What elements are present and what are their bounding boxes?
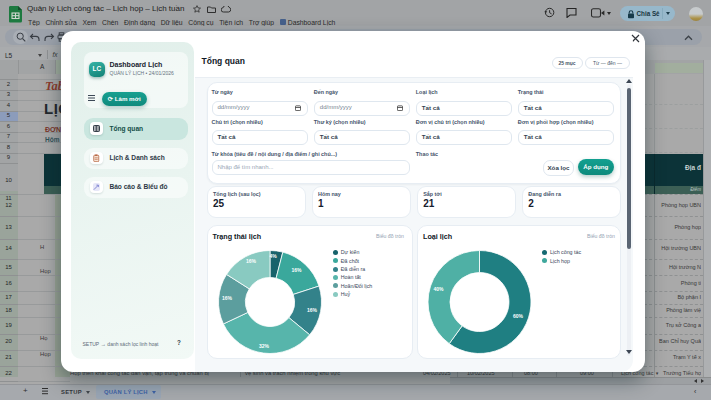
svg-text:40%: 40% [433, 286, 444, 292]
svg-text:32%: 32% [259, 343, 270, 349]
svg-text:16%: 16% [307, 307, 318, 313]
svg-text:16%: 16% [222, 295, 233, 301]
svg-text:60%: 60% [513, 313, 524, 319]
svg-text:4%: 4% [269, 253, 277, 259]
svg-text:16%: 16% [291, 267, 302, 273]
svg-text:16%: 16% [246, 258, 257, 264]
